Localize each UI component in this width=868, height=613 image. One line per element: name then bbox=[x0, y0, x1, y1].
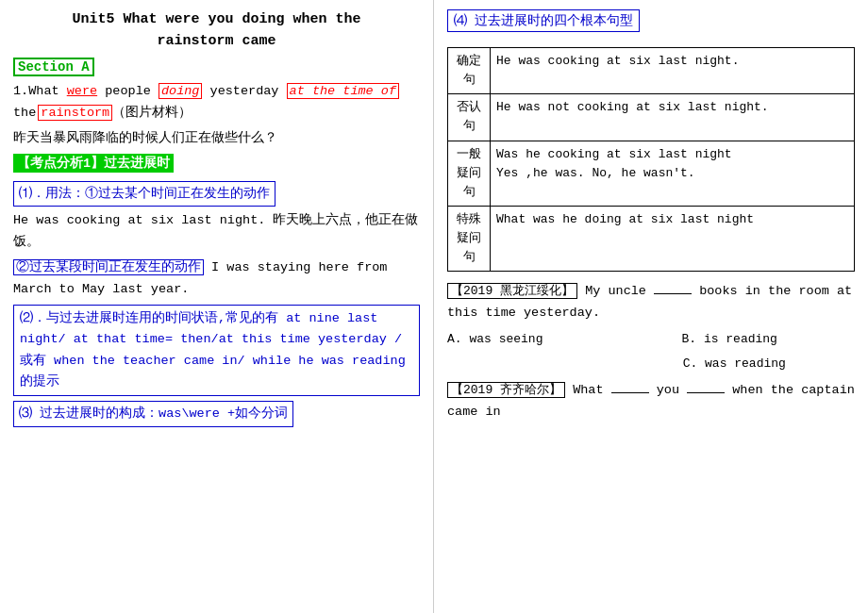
q1-middle: people bbox=[97, 84, 159, 98]
exam1-blank1 bbox=[654, 293, 692, 294]
question-1: 1.What were people doing yesterday at th… bbox=[13, 81, 420, 124]
exam1-options: A. was seeing B. is reading bbox=[447, 328, 855, 350]
option-b-letter: B. bbox=[681, 332, 696, 346]
cat-1: 确定句 bbox=[448, 48, 491, 94]
option-b-text: is reading bbox=[704, 332, 777, 346]
grammar-table: 确定句 He was cooking at six last night. 否认… bbox=[447, 47, 855, 272]
cat-2: 否认句 bbox=[448, 94, 491, 141]
content-2: He was not cooking at six last night. bbox=[491, 94, 855, 141]
table-row-2: 否认句 He was not cooking at six last night… bbox=[448, 94, 855, 141]
usage2-prefix: ②过去某段时间正在发生的动作 bbox=[13, 259, 204, 275]
exam2-blank1 bbox=[611, 392, 649, 393]
q1-the: the bbox=[13, 106, 36, 120]
q1-at-the-time-of: at the time of bbox=[287, 83, 399, 99]
exam2-blank2 bbox=[687, 392, 725, 393]
option-a-letter: A. bbox=[447, 332, 462, 346]
exam2-tag: 【2019 齐齐哈尔】 bbox=[447, 382, 565, 398]
cat-4: 特殊疑问句 bbox=[448, 206, 491, 271]
usage-title: ⑴．用法：①过去某个时间正在发生的动作 bbox=[13, 181, 275, 207]
example1: He was cooking at six last night. 昨天晚上六点… bbox=[13, 210, 420, 254]
table-title-wrapper: ⑷ 过去进展时的四个根本句型 bbox=[447, 9, 855, 40]
title-line2: rainstorm came bbox=[157, 33, 275, 49]
q1-suffix: yesterday bbox=[202, 84, 286, 98]
left-panel: Unit5 What were you doing when the rains… bbox=[0, 0, 434, 613]
q1-picture-note: （图片材料） bbox=[112, 106, 192, 120]
page-title: Unit5 What were you doing when the rains… bbox=[13, 9, 420, 52]
section-a-label: Section A bbox=[13, 58, 420, 81]
content-4: What was he doing at six last night bbox=[491, 206, 855, 271]
exam1-option-c: C. was reading bbox=[447, 353, 855, 374]
table-row-3: 一般疑问句 Was he cooking at six last night Y… bbox=[448, 141, 855, 206]
option-a-text: was seeing bbox=[469, 332, 542, 346]
exam2-block: 【2019 齐齐哈尔】 What you when the captain ca… bbox=[447, 380, 855, 423]
point2-block: ⑵．与过去进展时连用的时间状语,常见的有 at nine last night/… bbox=[13, 305, 420, 396]
chinese-q1: 昨天当暴风雨降临的时候人们正在做些什么？ bbox=[13, 128, 420, 150]
highlight-label: 【考点分析1】过去进展时 bbox=[13, 154, 420, 176]
title-line1: Unit5 What were you doing when the bbox=[72, 11, 360, 27]
q1-doing: doing bbox=[159, 83, 203, 99]
table-title: ⑷ 过去进展时的四个根本句型 bbox=[447, 9, 640, 32]
right-panel: ⑷ 过去进展时的四个根本句型 确定句 He was cooking at six… bbox=[434, 0, 868, 613]
q1-rainstorm: rainstorm bbox=[38, 105, 112, 121]
cat-3: 一般疑问句 bbox=[448, 141, 491, 206]
option-c-text: was reading bbox=[705, 356, 786, 371]
table-row-1: 确定句 He was cooking at six last night. bbox=[448, 48, 855, 94]
option-c-letter: C. bbox=[683, 356, 698, 371]
exam1-block: 【2019 黑龙江绥化】 My uncle books in the room … bbox=[447, 281, 855, 324]
exam1-tag: 【2019 黑龙江绥化】 bbox=[447, 283, 577, 299]
usage2: ②过去某段时间正在发生的动作 I was staying here from M… bbox=[13, 257, 420, 301]
q1-were: were bbox=[67, 84, 97, 98]
content-3: Was he cooking at six last night Yes ,he… bbox=[491, 141, 855, 206]
content-1: He was cooking at six last night. bbox=[491, 48, 855, 94]
point3-block: ⑶ 过去进展时的构成：was\were +如今分词 bbox=[13, 401, 293, 427]
table-row-4: 特殊疑问句 What was he doing at six last nigh… bbox=[448, 206, 855, 271]
q1-prefix: 1.What bbox=[13, 84, 67, 98]
